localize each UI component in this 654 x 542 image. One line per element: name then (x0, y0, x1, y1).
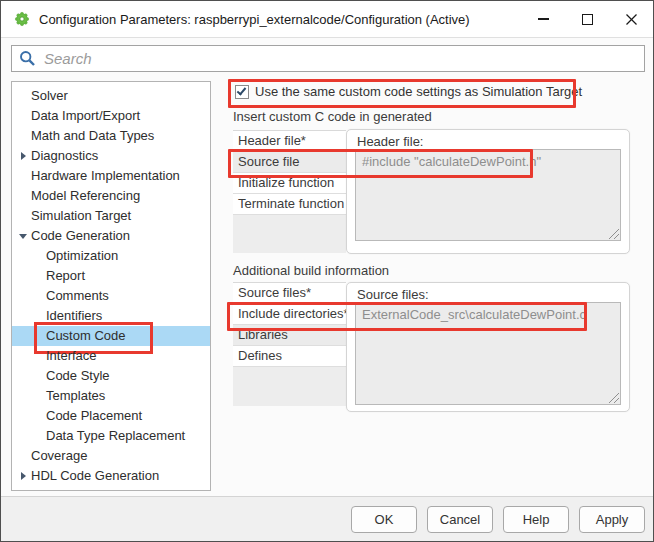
property-row-defines[interactable]: Defines (233, 346, 346, 367)
tree-expander-icon[interactable] (19, 466, 29, 486)
resize-grip-icon[interactable] (609, 393, 619, 403)
build-info-section-title: Additional build information (233, 263, 389, 278)
header-file-label: Header file: (357, 134, 423, 149)
header-file-pane: Header file: #include "calculateDewPoint… (346, 129, 630, 254)
property-row-source-files[interactable]: Source files* (233, 283, 346, 304)
tree-item-model-referencing[interactable]: Model Referencing (12, 186, 210, 206)
resize-grip-icon[interactable] (609, 229, 619, 239)
close-button[interactable] (609, 1, 653, 37)
tree-item-code-generation[interactable]: Code Generation (12, 226, 210, 246)
source-files-textarea[interactable]: ExternalCode_src\calculateDewPoint.c (355, 302, 621, 405)
dialog-button-ok[interactable]: OK (351, 506, 417, 533)
dialog-button-cancel[interactable]: Cancel (427, 506, 493, 533)
property-row-libraries[interactable]: Libraries (233, 325, 346, 346)
button-bar: OK Cancel Help Apply (1, 496, 653, 541)
tree-item-report[interactable]: Report (12, 266, 210, 286)
tree-item-interface[interactable]: Interface (12, 346, 210, 366)
tree-item-data-import-export[interactable]: Data Import/Export (12, 106, 210, 126)
maximize-icon (582, 14, 593, 25)
tree-item-simulation-target[interactable]: Simulation Target (12, 206, 210, 226)
use-same-custom-code-checkbox[interactable] (235, 85, 249, 99)
tree-item-data-type-replacement[interactable]: Data Type Replacement (12, 426, 210, 446)
magnifier-icon (19, 50, 36, 67)
property-row-include-directories[interactable]: Include directories* (233, 304, 346, 325)
tree-expander-icon[interactable] (19, 226, 29, 246)
insert-custom-code-section-title: Insert custom C code in generated (233, 109, 432, 124)
tree-expander-icon[interactable] (19, 146, 29, 166)
tree-item-code-placement[interactable]: Code Placement (12, 406, 210, 426)
tree-item-code-style[interactable]: Code Style (12, 366, 210, 386)
tree-item-optimization[interactable]: Optimization (12, 246, 210, 266)
dialog-button-apply[interactable]: Apply (579, 506, 645, 533)
tree-item-diagnostics[interactable]: Diagnostics (12, 146, 210, 166)
custom-code-property-list: Header file* Source file Initialize func… (233, 130, 346, 253)
maximize-button[interactable] (565, 1, 609, 37)
category-tree: Solver Data Import/Export Math and Data … (11, 81, 211, 491)
header-file-field-wrap: #include "calculateDewPoint.h" (355, 149, 621, 241)
property-row-initialize-function[interactable]: Initialize function (233, 173, 346, 194)
checkbox-label: Use the same custom code settings as Sim… (255, 84, 582, 99)
property-row-source-file[interactable]: Source file (233, 152, 346, 173)
tree-item-math-and-data-types[interactable]: Math and Data Types (12, 126, 210, 146)
tree-item-solver[interactable]: Solver (12, 86, 210, 106)
property-row-terminate-function[interactable]: Terminate function (233, 194, 346, 215)
header-file-textarea[interactable]: #include "calculateDewPoint.h" (355, 149, 621, 241)
same-custom-code-row: Use the same custom code settings as Sim… (235, 84, 582, 99)
list-filler (233, 215, 346, 253)
gear-icon (14, 11, 30, 27)
tree-item-hardware-implementation[interactable]: Hardware Implementation (12, 166, 210, 186)
property-row-header-file[interactable]: Header file* (233, 131, 346, 152)
source-files-pane: Source files: ExternalCode_src\calculate… (346, 282, 630, 412)
tree-item-identifiers[interactable]: Identifiers (12, 306, 210, 326)
window-title: Configuration Parameters: raspberrypi_ex… (39, 12, 470, 27)
close-icon (625, 13, 638, 26)
minimize-icon (538, 18, 549, 20)
search-input[interactable] (36, 46, 644, 71)
tree-item-comments[interactable]: Comments (12, 286, 210, 306)
tree-item-templates[interactable]: Templates (12, 386, 210, 406)
search-box (11, 45, 645, 72)
list-filler (233, 367, 346, 406)
tree-item-coverage[interactable]: Coverage (12, 446, 210, 466)
source-files-label: Source files: (357, 287, 429, 302)
dialog-button-help[interactable]: Help (503, 506, 569, 533)
checkmark-icon (237, 85, 247, 95)
titlebar: Configuration Parameters: raspberrypi_ex… (1, 1, 653, 38)
tree-item-hdl-code-generation[interactable]: HDL Code Generation (12, 466, 210, 486)
configuration-parameters-dialog: Configuration Parameters: raspberrypi_ex… (0, 0, 654, 542)
source-files-field-wrap: ExternalCode_src\calculateDewPoint.c (355, 302, 621, 405)
tree-item-custom-code[interactable]: Custom Code (12, 326, 210, 346)
minimize-button[interactable] (521, 1, 565, 37)
build-info-property-list: Source files* Include directories* Libra… (233, 282, 346, 406)
